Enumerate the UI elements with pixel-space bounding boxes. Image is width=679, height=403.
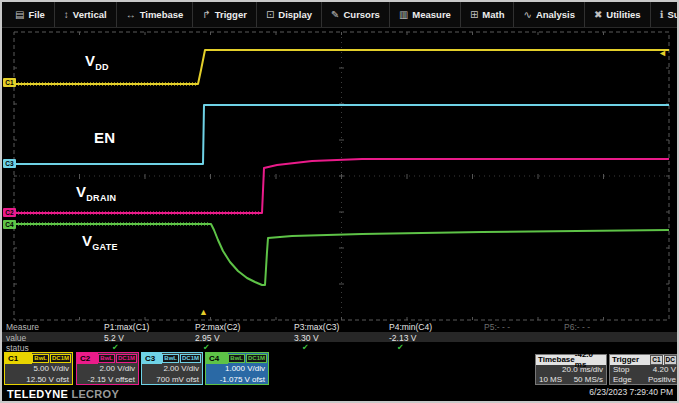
measure-col-p3-param[interactable]: P3:max(C3) bbox=[294, 322, 339, 332]
channel-box-c3-scale: 2.00 V/div bbox=[142, 364, 202, 375]
timebase-box[interactable]: Timebase -42.0 ms 20.0 ms/div 10 MS 50 M… bbox=[535, 354, 607, 385]
trace-label-c1: VDD bbox=[85, 52, 109, 72]
trace-label-c3: EN bbox=[94, 129, 115, 149]
measure-col-p1-value: 5.2 V bbox=[104, 333, 124, 343]
channel-box-c2[interactable]: C2BwLDC1M2.00 V/div-2.15 V offset bbox=[76, 352, 139, 385]
channel-box-c4-scale: 1.000 V/div bbox=[206, 364, 268, 375]
trigger-level: 4.20 V bbox=[653, 365, 676, 375]
channel-box-c3-offset: 700 mV ofst bbox=[142, 375, 202, 386]
trace-label-c2: VDRAIN bbox=[76, 183, 116, 203]
timebase-title: Timebase bbox=[538, 355, 575, 365]
channel-box-c3-badge-bwl: BwL bbox=[162, 354, 179, 363]
channel-box-c3[interactable]: C3BwLDC1M2.00 V/div700 mV ofst bbox=[141, 352, 203, 385]
brand-teledyne: TELEDYNE bbox=[7, 388, 68, 400]
channel-box-c1[interactable]: C1BwLDC1M5.00 V/div12.50 V ofst bbox=[4, 352, 73, 385]
channel-box-c4-badge-dc1m: DC1M bbox=[246, 354, 267, 363]
channel-box-c2-badge-bwl: BwL bbox=[98, 354, 115, 363]
channel-box-c4-id: C4 bbox=[206, 353, 228, 364]
measure-col-p5-param[interactable]: P5:- - - bbox=[484, 322, 510, 332]
channel-box-c3-id: C3 bbox=[142, 353, 162, 364]
trigger-title: Trigger bbox=[612, 355, 639, 365]
channel-offset-marker-c1[interactable]: C1 bbox=[3, 78, 16, 87]
trigger-type: Edge bbox=[613, 375, 632, 385]
channel-box-c1-id: C1 bbox=[5, 353, 32, 364]
channel-box-c2-badge-dc1m: DC1M bbox=[116, 354, 137, 363]
datetime-display: 6/23/2023 7:29:40 PM bbox=[589, 387, 673, 397]
measure-col-p3-status-check: ✔ bbox=[302, 343, 309, 352]
channel-offset-marker-c2[interactable]: C2 bbox=[3, 208, 16, 217]
timebase-rate: 50 MS/s bbox=[574, 375, 603, 385]
timebase-per-div: 20.0 ms/div bbox=[562, 365, 603, 375]
measure-col-p3-value: 3.30 V bbox=[294, 333, 319, 343]
channel-box-c4[interactable]: C4BwLDC1M1.000 V/div-1.075 V ofst bbox=[205, 352, 269, 385]
trigger-box[interactable]: Trigger C1 DC Stop 4.20 V Edge Positive bbox=[609, 354, 679, 385]
trace-label-c4: VGATE bbox=[82, 232, 118, 252]
measure-table: Measure value status P1:max(C1)5.2 V✔P2:… bbox=[2, 321, 677, 352]
footer-bar: TELEDYNE LECROY 6/23/2023 7:29:40 PM bbox=[2, 386, 677, 403]
trigger-mode: Stop bbox=[613, 365, 629, 375]
brand-logo: TELEDYNE LECROY bbox=[7, 388, 119, 400]
measure-col-p2-status-check: ✔ bbox=[203, 343, 210, 352]
channel-offset-marker-c3[interactable]: C3 bbox=[3, 159, 16, 168]
measure-col-p1-param[interactable]: P1:max(C1) bbox=[104, 322, 149, 332]
measure-col-p4-status-check: ✔ bbox=[397, 343, 404, 352]
trigger-coupling-badge: DC bbox=[664, 355, 677, 365]
channel-box-c1-badge-dc1m: DC1M bbox=[50, 354, 71, 363]
timebase-samples: 10 MS bbox=[539, 375, 562, 385]
channel-box-c2-offset: -2.15 V offset bbox=[77, 375, 138, 386]
channel-box-c1-offset: 12.50 V ofst bbox=[5, 375, 72, 386]
measure-col-p6-param[interactable]: P6:- - - bbox=[564, 322, 590, 332]
channel-box-c3-badge-dc1m: DC1M bbox=[180, 354, 201, 363]
channel-box-c4-badge-bwl: BwL bbox=[228, 354, 245, 363]
channel-box-c1-badge-bwl: BwL bbox=[32, 354, 49, 363]
oscilloscope-screen: ▤ File ↕ Vertical ↔ Timebase ↱ Trigger ⊡… bbox=[0, 0, 679, 403]
trigger-source-badge: C1 bbox=[650, 355, 662, 365]
channel-box-c2-id: C2 bbox=[77, 353, 98, 364]
trigger-level-marker[interactable]: ◄ bbox=[658, 49, 667, 58]
channel-offset-marker-c4[interactable]: C4 bbox=[3, 220, 16, 229]
measure-col-p4-value: -2.13 V bbox=[389, 333, 416, 343]
value-row-title: value bbox=[6, 333, 26, 343]
measure-col-p2-value: 2.95 V bbox=[195, 333, 220, 343]
trigger-time-marker[interactable]: ▲ bbox=[199, 308, 208, 317]
measure-row-title: Measure bbox=[6, 322, 39, 332]
channel-box-c1-scale: 5.00 V/div bbox=[5, 364, 72, 375]
measure-col-p4-param[interactable]: P4:min(C4) bbox=[389, 322, 432, 332]
trigger-slope: Positive bbox=[648, 375, 676, 385]
channel-box-c4-offset: -1.075 V ofst bbox=[206, 375, 268, 386]
channel-box-c2-scale: 2.00 V/div bbox=[77, 364, 138, 375]
measure-col-p2-param[interactable]: P2:max(C2) bbox=[195, 322, 240, 332]
brand-lecroy: LECROY bbox=[71, 388, 119, 400]
measure-col-p1-status-check: ✔ bbox=[112, 343, 119, 352]
